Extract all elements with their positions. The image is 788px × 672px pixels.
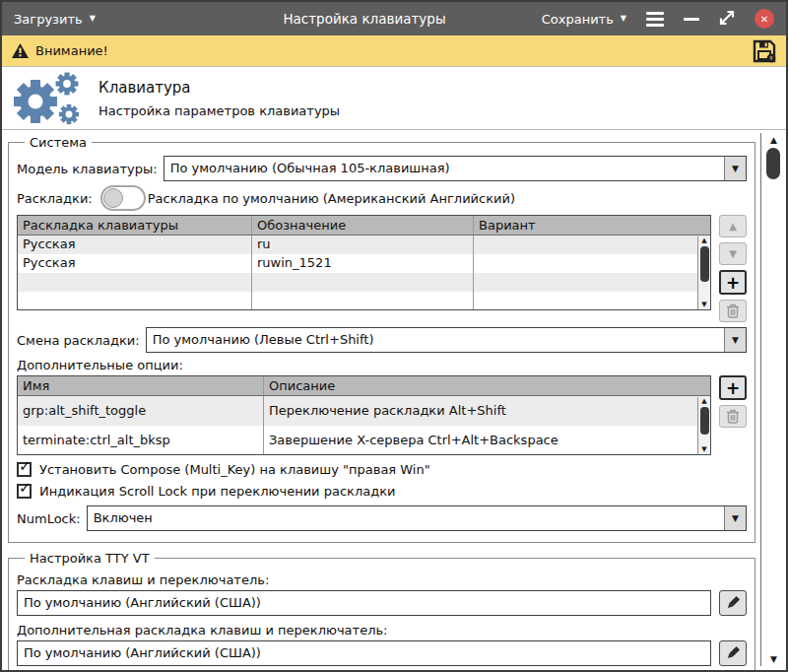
table-cell: Завершение X-сервера Ctrl+Alt+Backspace (264, 426, 710, 455)
switch-hotkey-value: По умолчанию (Левые Ctrl+Shift) (147, 328, 724, 352)
tty-group-legend: Настройка TTY VT (25, 551, 155, 566)
table-row[interactable]: terminate:ctrl_alt_bkspЗавершение X-серв… (18, 426, 710, 455)
minimize-button[interactable] (684, 18, 699, 21)
save-menu-button[interactable]: Сохранить ▼ (542, 12, 626, 27)
gears-icon (10, 72, 85, 125)
dropdown-button[interactable]: ▼ (724, 157, 746, 180)
scroll-up-icon[interactable]: ▲ (701, 236, 706, 245)
switch-hotkey-select[interactable]: По умолчанию (Левые Ctrl+Shift) ▼ (146, 327, 747, 353)
scroll-down-icon[interactable]: ▼ (701, 301, 706, 309)
move-down-button[interactable]: ▼ (719, 242, 747, 265)
page-subtitle: Настройка параметров клавиатуры (98, 103, 340, 118)
layouts-table-buttons: ▲ ▼ + (719, 215, 747, 322)
window-title: Настройка клавиатуры (221, 11, 508, 27)
switch-hotkey-label: Смена раскладки: (17, 333, 140, 348)
tty-extra-layout-field[interactable]: По умолчанию (Английский (США)) (17, 640, 711, 666)
column-header[interactable]: Имя (18, 376, 264, 395)
tty-layout-row: По умолчанию (Английский (США)) (17, 590, 747, 616)
numlock-value: Включен (88, 506, 724, 530)
delete-layout-button[interactable] (719, 300, 747, 322)
options-table-buttons: + (719, 375, 747, 428)
table-cell (474, 273, 710, 292)
scrollbar-thumb[interactable] (700, 246, 709, 282)
tty-layout-edit-button[interactable] (719, 590, 747, 616)
plus-icon: + (726, 273, 740, 293)
chevron-down-icon: ▼ (621, 15, 626, 23)
table-cell: terminate:ctrl_alt_bksp (18, 426, 264, 455)
table-row[interactable] (18, 292, 710, 310)
numlock-select[interactable]: Включен ▼ (87, 505, 747, 531)
delete-option-button[interactable] (719, 405, 747, 428)
titlebar-actions: Сохранить ▼ ✕ (508, 9, 774, 29)
column-header[interactable]: Раскладка клавиатуры (18, 216, 252, 235)
close-icon: ✕ (760, 14, 768, 25)
keyboard-model-row: Модель клавиатуры: По умолчанию (Обычная… (17, 156, 747, 181)
column-header[interactable]: Вариант (474, 216, 710, 235)
column-header[interactable]: Обозначение (252, 216, 474, 235)
dropdown-button[interactable]: ▼ (724, 328, 746, 352)
scrolllock-checkbox-row[interactable]: ✓ Индикация Scroll Lock при переключении… (17, 484, 747, 499)
close-button[interactable]: ✕ (755, 9, 774, 29)
scrollbar-thumb[interactable] (700, 407, 709, 435)
options-table: ИмяОписание grp:alt_shift_toggleПереключ… (17, 375, 711, 455)
load-menu-label: Загрузить (14, 12, 83, 27)
table-header-row: ИмяОписание (18, 376, 710, 396)
table-cell (474, 235, 710, 254)
table-cell (252, 292, 474, 310)
hamburger-icon (646, 12, 664, 15)
keyboard-settings-window: Загрузить ▼ Настройка клавиатуры Сохрани… (0, 0, 788, 672)
keyboard-model-select[interactable]: По умолчанию (Обычная 105-клавишная) ▼ (164, 156, 747, 181)
scroll-down-icon[interactable]: ▼ (770, 653, 777, 665)
move-up-button[interactable]: ▲ (719, 215, 747, 237)
tty-layout-field[interactable]: По умолчанию (Английский (США)) (17, 590, 711, 616)
table-cell (474, 292, 710, 310)
system-group-legend: Система (25, 135, 92, 150)
tty-extra-layout-label: Дополнительная раскладка клавиш и перекл… (17, 623, 747, 638)
default-layout-toggle[interactable] (100, 185, 146, 211)
numlock-row: NumLock: Включен ▼ (17, 505, 747, 531)
system-group: Система Модель клавиатуры: По умолчанию … (8, 135, 755, 543)
layouts-toggle-text: Раскладка по умолчанию (Американский Анг… (148, 191, 515, 206)
save-floppy-icon (753, 39, 776, 63)
add-layout-button[interactable]: + (719, 270, 747, 295)
table-row[interactable]: grp:alt_shift_toggleПереключение расклад… (18, 396, 710, 426)
table-cell: Переключение раскладки Alt+Shift (264, 396, 710, 426)
table-cell (252, 273, 474, 292)
checkbox-checked-icon[interactable]: ✓ (17, 462, 32, 477)
plus-icon: + (726, 378, 740, 398)
checkbox-checked-icon[interactable]: ✓ (17, 484, 32, 499)
toggle-knob-icon (103, 188, 123, 208)
layouts-table-scrollbar[interactable]: ▲ ▼ (697, 236, 710, 309)
table-row[interactable] (18, 273, 710, 292)
scroll-up-icon[interactable]: ▲ (770, 134, 777, 146)
dropdown-button[interactable]: ▼ (724, 506, 746, 530)
options-table-scrollbar[interactable]: ▲ ▼ (697, 397, 710, 454)
numlock-label: NumLock: (17, 511, 81, 526)
table-cell: ruwin_1521 (252, 254, 474, 273)
tty-extra-layout-edit-button[interactable] (719, 640, 747, 666)
layouts-label: Раскладки: (17, 191, 93, 206)
fullscreen-button[interactable] (719, 10, 735, 29)
column-header[interactable]: Описание (264, 376, 710, 395)
table-row[interactable]: Русскаяruwin_1521 (18, 254, 710, 273)
page-scrollbar[interactable]: ▲ ▼ (760, 133, 786, 666)
compose-checkbox-row[interactable]: ✓ Установить Compose (Multi_Key) на клав… (17, 462, 747, 477)
table-cell (474, 254, 710, 273)
add-option-button[interactable]: + (719, 375, 747, 400)
table-row[interactable]: Русскаяru (18, 235, 710, 254)
compose-checkbox-label: Установить Compose (Multi_Key) на клавиш… (39, 462, 430, 477)
scroll-up-icon[interactable]: ▲ (701, 397, 706, 406)
tty-group: Настройка TTY VT Раскладка клавиш и пере… (8, 551, 755, 670)
up-arrow-icon: ▲ (729, 221, 737, 232)
keyboard-model-label: Модель клавиатуры: (17, 162, 158, 176)
save-changes-button[interactable] (753, 39, 776, 63)
scroll-down-icon[interactable]: ▼ (701, 445, 706, 454)
scrollbar-thumb[interactable] (766, 148, 780, 179)
table-cell (18, 292, 252, 310)
tty-layout-label: Раскладка клавиш и переключатель: (17, 572, 747, 587)
table-cell: ru (252, 235, 474, 254)
warning-bar: Внимание! (2, 35, 786, 67)
load-menu-button[interactable]: Загрузить ▼ (14, 12, 221, 27)
titlebar: Загрузить ▼ Настройка клавиатуры Сохрани… (2, 2, 786, 35)
menu-button[interactable] (646, 12, 664, 27)
